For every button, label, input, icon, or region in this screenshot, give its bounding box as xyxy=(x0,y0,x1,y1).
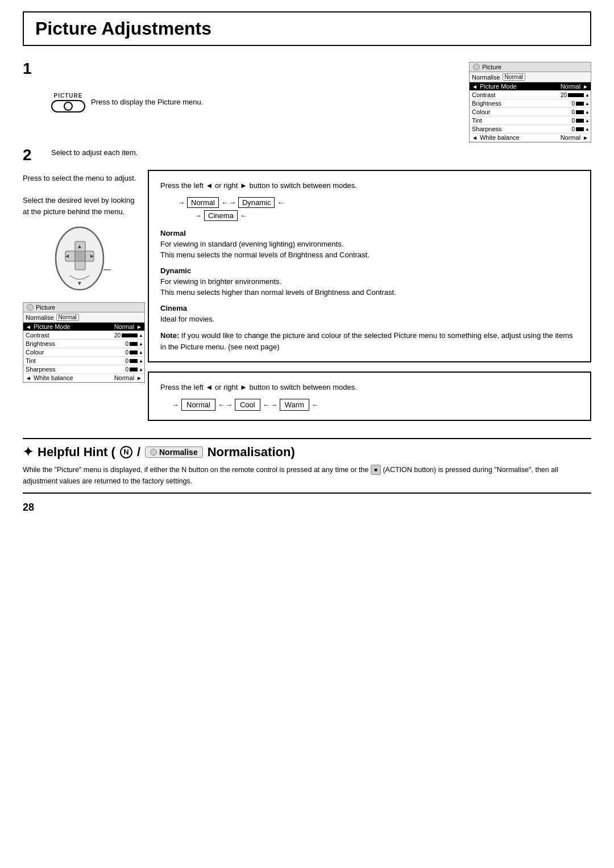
mode-row1: → Normal ←→ Dynamic ← xyxy=(177,197,579,208)
picture-mode-info-box: Press the left ◄ or right ► button to sw… xyxy=(148,170,591,362)
arrow-right2: → xyxy=(194,211,202,220)
hint-title-text: Helpful Hint ( xyxy=(38,445,115,460)
menu-title: Picture xyxy=(482,64,501,70)
note-label: Note: xyxy=(160,331,179,340)
remote-area: Press to select the menu to adjust. Sele… xyxy=(23,170,136,217)
menu-label-contrast: Contrast xyxy=(471,91,561,98)
menu-row-label-mode: Picture Mode xyxy=(479,83,561,90)
normal-title: Normal xyxy=(160,229,579,237)
hint-normalise-btn: Normalise xyxy=(145,446,203,458)
step1-content: PICTURE Press to display the Picture men… xyxy=(51,62,591,143)
tint-arrow: ▲ xyxy=(585,118,590,123)
menu-label-colour: Colour xyxy=(471,108,572,115)
menu-label-tint: Tint xyxy=(471,117,572,124)
arrow-left1: ← xyxy=(277,198,284,207)
menu-title2: Picture xyxy=(36,304,55,311)
sharpness-arrow: ▲ xyxy=(585,127,590,132)
menu-normalise-row: Normalise Normal xyxy=(470,72,591,82)
hint-title-suffix: Normalisation) xyxy=(208,445,295,460)
note-section: Note: If you would like to change the pi… xyxy=(160,330,579,352)
left-panel: Press to select the menu to adjust. Sele… xyxy=(23,170,136,421)
step1-number: 1 xyxy=(23,60,45,78)
pm-top-text: Press the left ◄ or right ► button to sw… xyxy=(160,180,579,191)
normal-desc2: This menu selects the normal levels of B… xyxy=(160,249,579,261)
normal-desc1: For viewing in standard (evening lightin… xyxy=(160,239,579,250)
wb-normal-box: Normal xyxy=(181,399,215,411)
page-number: 28 xyxy=(23,502,34,513)
page-title: Picture Adjustments xyxy=(35,18,211,39)
menu-screenshot-step2: Picture Normalise Normal ◄ Picture Mode … xyxy=(23,302,145,383)
svg-rect-3 xyxy=(75,251,85,261)
wb-warm-box: Warm xyxy=(280,399,309,411)
normalise-label: Normalise xyxy=(472,74,500,81)
cinema-desc: Ideal for movies. xyxy=(160,314,579,325)
menu-label-sharpness: Sharpness xyxy=(471,126,572,132)
menu-label-wb: White balance xyxy=(479,134,561,141)
step2-number: 2 xyxy=(23,146,45,164)
hint-btn-icon xyxy=(150,449,157,456)
mode-dynamic-box: Dynamic xyxy=(238,197,275,208)
menu-value-brightness: 0 xyxy=(572,101,575,107)
step2-instruction: Select to adjust each item. xyxy=(51,148,591,157)
menu-value-contrast: 20 xyxy=(561,92,567,98)
menu-icon2 xyxy=(27,304,34,311)
picture-label: PICTURE xyxy=(54,93,83,99)
remote-svg: ▲ ▼ ◄ ► xyxy=(48,222,111,295)
menu-arrow-right-wb: ► xyxy=(582,135,590,141)
menu-row-tint2: Tint 0 ▲ xyxy=(23,357,144,365)
menu-arrow-left-mode: ◄ xyxy=(471,84,479,90)
mode-row2: → Cinema ← xyxy=(194,210,579,221)
wb-top-text: Press the left ◄ or right ► button to sw… xyxy=(160,382,579,393)
colour-bar xyxy=(576,110,584,114)
dynamic-desc1: For viewing in brighter environments. xyxy=(160,276,579,287)
wb-diagram: → Normal ←→ Cool ←→ Warm ← xyxy=(172,399,579,411)
mode-diagram: → Normal ←→ Dynamic ← → Cinema ← xyxy=(160,197,579,221)
picture-button[interactable] xyxy=(51,100,85,112)
menu-icon xyxy=(473,64,480,70)
arrow-lr1: ←→ xyxy=(221,198,236,207)
menu-row-contrast: Contrast 20 ▲ xyxy=(470,91,591,99)
normal-section: Normal For viewing in standard (evening … xyxy=(160,229,579,261)
menu-title-bar2: Picture xyxy=(23,303,144,312)
menu-row-contrast2: Contrast 20 ▲ xyxy=(23,331,144,340)
contrast-bar xyxy=(568,93,584,97)
wb-arrow-right: → xyxy=(172,400,179,409)
mode-cinema-box: Cinema xyxy=(204,210,238,221)
note-text: If you would like to change the picture … xyxy=(160,331,573,351)
remote-graphic-container: ▲ ▼ ◄ ► xyxy=(23,222,136,295)
hint-divider: / xyxy=(137,445,140,460)
remote-instructions: Press to select the menu to adjust. Sele… xyxy=(23,170,136,217)
menu-row-brightness2: Brightness 0 ▲ xyxy=(23,340,144,348)
menu-screenshot-area-top: Picture Normalise Normal ◄ Picture Mode … xyxy=(469,62,591,143)
menu-row-wb2: ◄ White balance Normal ► xyxy=(23,374,144,382)
cinema-section: Cinema Ideal for movies. xyxy=(160,304,579,325)
menu-row-white-balance: ◄ White balance Normal ► xyxy=(470,133,591,142)
menu-value-wb: Normal xyxy=(561,134,582,141)
hint-bulb-icon: ✦ xyxy=(23,445,33,460)
menu-title-bar: Picture xyxy=(470,62,591,72)
svg-text:►: ► xyxy=(89,253,95,259)
helpful-hint-body: While the "Picture" menu is displayed, i… xyxy=(23,464,591,487)
helpful-hint-section: ✦ Helpful Hint ( N / Normalise Normalisa… xyxy=(23,438,591,494)
normalise-value2: Normal xyxy=(56,314,79,321)
step2-content: Select to adjust each item. xyxy=(51,148,591,161)
step1-inner: PICTURE Press to display the Picture men… xyxy=(51,62,591,143)
dynamic-desc2: This menu selects higher than normal lev… xyxy=(160,287,579,298)
tint-bar xyxy=(576,119,584,123)
arrow-right1: → xyxy=(177,198,185,207)
right-info-panel: Press the left ◄ or right ► button to sw… xyxy=(148,170,591,421)
step1-row: 1 PICTURE Press to display the Picture m… xyxy=(23,62,591,143)
arrow-left2: ← xyxy=(240,211,247,220)
helpful-hint-title: ✦ Helpful Hint ( N / Normalise Normalisa… xyxy=(23,445,591,460)
menu-row-sharpness2: Sharpness 0 ▲ xyxy=(23,365,144,374)
brightness-arrow: ▲ xyxy=(585,101,590,106)
wb-cool-box: Cool xyxy=(235,399,260,411)
normalise-label2: Normalise xyxy=(26,314,54,321)
menu-value-tint: 0 xyxy=(572,118,575,124)
page-title-box: Picture Adjustments xyxy=(23,11,591,46)
white-balance-info-box: Press the left ◄ or right ► button to sw… xyxy=(148,372,591,421)
step2-sub2: Select the desired level by looking at t… xyxy=(23,196,135,216)
menu-row-colour: Colour 0 ▲ xyxy=(470,108,591,116)
menu-label-brightness: Brightness xyxy=(471,100,572,107)
menu-normalise-row2: Normalise Normal xyxy=(23,312,144,323)
